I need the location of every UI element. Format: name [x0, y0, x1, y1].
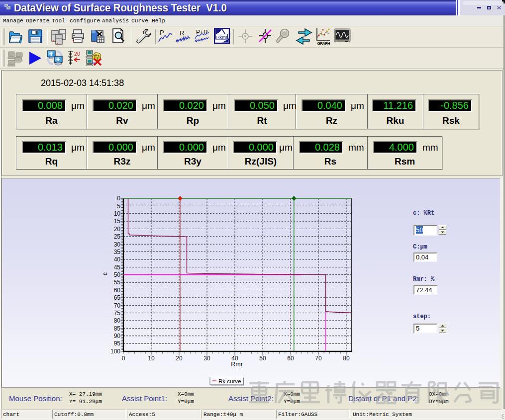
- svg-text:5: 5: [117, 203, 120, 210]
- svg-text:20: 20: [114, 226, 121, 233]
- svg-text:30: 30: [203, 355, 210, 362]
- svg-text:0: 0: [122, 355, 125, 362]
- svg-text:60: 60: [114, 287, 121, 294]
- svg-text:20: 20: [74, 51, 80, 57]
- svg-text:80: 80: [114, 317, 121, 324]
- svg-text:Rkmr: Rkmr: [216, 34, 228, 40]
- svg-text:0: 0: [117, 195, 120, 202]
- svg-text:R: R: [180, 30, 184, 37]
- svg-text:90: 90: [114, 333, 121, 339]
- svg-text:Rk curve: Rk curve: [218, 378, 241, 384]
- svg-text:Rmr: Rmr: [231, 361, 243, 368]
- svg-text:95: 95: [114, 340, 121, 347]
- svg-text:65: 65: [114, 294, 121, 301]
- svg-text:10: 10: [114, 210, 121, 217]
- svg-text:70: 70: [114, 302, 121, 309]
- svg-text:55: 55: [114, 279, 121, 286]
- svg-text:50: 50: [114, 271, 121, 278]
- svg-text:85: 85: [114, 325, 121, 332]
- svg-text:60: 60: [287, 355, 294, 362]
- svg-text:25: 25: [114, 233, 121, 240]
- svg-text:35: 35: [114, 249, 121, 255]
- svg-text:100: 100: [110, 348, 120, 355]
- svg-text:15: 15: [114, 218, 121, 225]
- svg-text:20: 20: [176, 355, 183, 362]
- svg-text:10: 10: [148, 355, 155, 362]
- svg-text:GRAPH: GRAPH: [317, 41, 330, 46]
- svg-text:70: 70: [315, 355, 322, 362]
- svg-text:c: c: [101, 272, 108, 275]
- svg-text:30: 30: [114, 241, 121, 248]
- svg-text:40: 40: [114, 256, 121, 263]
- svg-text:P+R: P+R: [196, 29, 208, 36]
- svg-text:45: 45: [114, 264, 121, 271]
- svg-text:50: 50: [259, 355, 266, 362]
- svg-text:P: P: [160, 29, 164, 36]
- svg-text:80: 80: [343, 355, 350, 362]
- svg-text:75: 75: [114, 310, 121, 317]
